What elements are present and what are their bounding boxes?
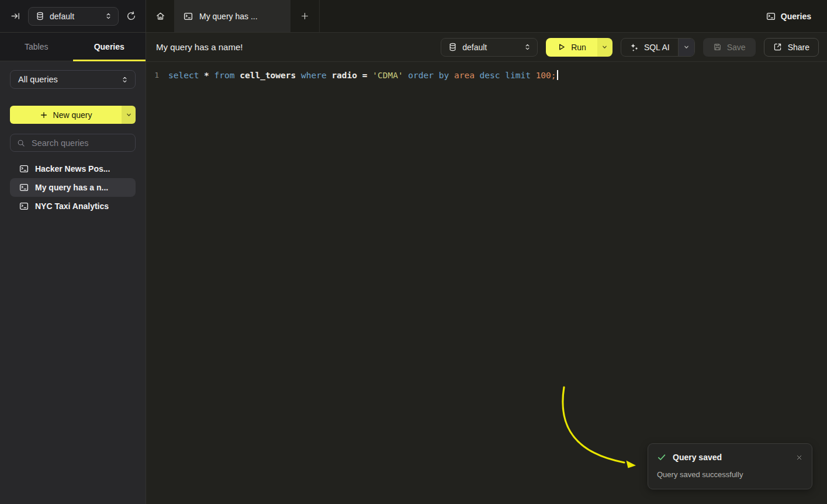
tab-tables[interactable]: Tables [0,33,73,61]
sql-code: select * from cell_towers where radio = … [168,70,558,80]
sql-token: area [454,71,480,80]
share-label: Share [788,43,809,52]
topbar-database-selector[interactable]: default [28,7,119,26]
topbar-database-value: default [50,12,99,21]
query-list-item-my-query[interactable]: My query has a n... [10,178,136,197]
sql-ai-label: SQL AI [644,43,670,52]
chevron-up-down-icon [105,12,112,20]
check-icon [657,453,666,462]
query-item-label: My query has a n... [35,183,108,192]
sql-token: desc [480,71,506,80]
line-number: 1 [146,71,159,79]
refresh-button[interactable] [124,9,139,23]
run-label: Run [571,43,586,52]
sidebar-tabs: Tables Queries [0,33,146,61]
share-icon [773,43,782,51]
sql-token: radio [331,71,362,80]
play-icon [557,43,566,51]
sql-token: select [168,71,204,80]
console-icon [19,183,29,192]
tab-label: My query has ... [199,12,258,21]
save-label: Save [727,43,746,52]
new-tab-button[interactable] [290,0,319,32]
save-button[interactable]: Save [703,38,756,57]
arrow-to-bar-icon [11,11,20,21]
sql-ai-options-button[interactable] [678,39,694,56]
query-title: My query has a name! [156,42,432,52]
query-list-item-nyc-taxi[interactable]: NYC Taxi Analytics [10,197,136,215]
close-icon [796,454,802,461]
home-tab-button[interactable] [146,0,174,32]
search-queries-box [10,134,136,152]
text-cursor [557,70,558,80]
run-options-button[interactable] [597,38,613,57]
sql-token: * [204,71,214,80]
sql-token: 'CDMA' [372,71,408,80]
query-filter-value: All queries [18,75,58,84]
refresh-icon [126,11,136,21]
plus-icon [300,12,309,20]
sql-token: from [214,71,240,80]
search-queries-input[interactable] [30,138,129,148]
search-icon [17,139,25,147]
chevron-up-down-icon [524,43,531,51]
query-list-item-hacker-news[interactable]: Hacker News Pos... [10,159,136,178]
new-query-dropdown-button[interactable] [122,106,136,124]
new-query-split-button: New query [10,106,136,124]
sparkles-icon [629,43,639,52]
sql-token: = [362,71,372,80]
run-button[interactable]: Run [546,38,597,57]
sidebar-content: All queries New query [0,61,146,224]
share-button[interactable]: Share [764,38,819,57]
save-icon [713,43,722,51]
tab-bar-spacer [320,0,763,32]
toast-query-saved: Query saved Query saved successfully [648,443,812,489]
tab-my-query[interactable]: My query has ... [174,0,290,32]
console-icon [184,12,193,21]
chevron-down-icon [683,44,690,50]
code-line-1[interactable]: 1 select * from cell_towers where radio … [146,68,827,81]
sql-ai-button[interactable]: SQL AI [621,39,678,56]
tab-queries-label: Queries [94,42,124,51]
editor-database-selector[interactable]: default [441,38,538,57]
saved-query-list: Hacker News Pos... My query has a n... N… [10,159,136,215]
query-filter-select[interactable]: All queries [10,70,136,89]
main-area: My query has a name! default [146,33,827,504]
query-item-label: NYC Taxi Analytics [35,201,109,211]
plus-icon [40,111,48,119]
console-icon [766,12,776,21]
chevron-up-down-icon [121,76,129,84]
top-bar-left: default [0,0,146,33]
sql-token: where [301,71,331,80]
console-icon [19,201,29,211]
queries-panel-button[interactable]: Queries [763,0,827,32]
sql-token: cell_towers [240,71,301,80]
chevron-down-icon [126,112,132,118]
tab-bar: My query has ... Queries [146,0,827,33]
database-icon [448,43,457,51]
sql-token: limit [505,71,535,80]
chevron-down-icon [601,44,608,50]
sql-ai-split-button: SQL AI [621,38,695,57]
database-icon [36,12,44,20]
query-item-label: Hacker News Pos... [35,164,110,173]
top-bar: default My query has .. [0,0,827,33]
body: Tables Queries All queries [0,33,827,504]
sql-token: 100; [536,71,556,80]
collapse-sidebar-button[interactable] [8,9,23,23]
toast-title: Query saved [673,453,788,462]
tab-queries[interactable]: Queries [73,33,146,61]
toast-message: Query saved successfully [657,470,804,479]
toast-header: Query saved [657,453,804,462]
toast-close-button[interactable] [795,453,804,462]
home-icon [155,11,165,21]
console-icon [19,164,29,173]
sql-editor[interactable]: 1 select * from cell_towers where radio … [146,62,827,504]
new-query-label: New query [53,110,92,120]
editor-toolbar: My query has a name! default [146,33,827,62]
sql-console-app: default My query has .. [0,0,827,504]
editor-database-value: default [462,43,518,52]
queries-panel-label: Queries [781,12,811,21]
run-split-button: Run [546,38,613,57]
new-query-button[interactable]: New query [10,106,122,124]
